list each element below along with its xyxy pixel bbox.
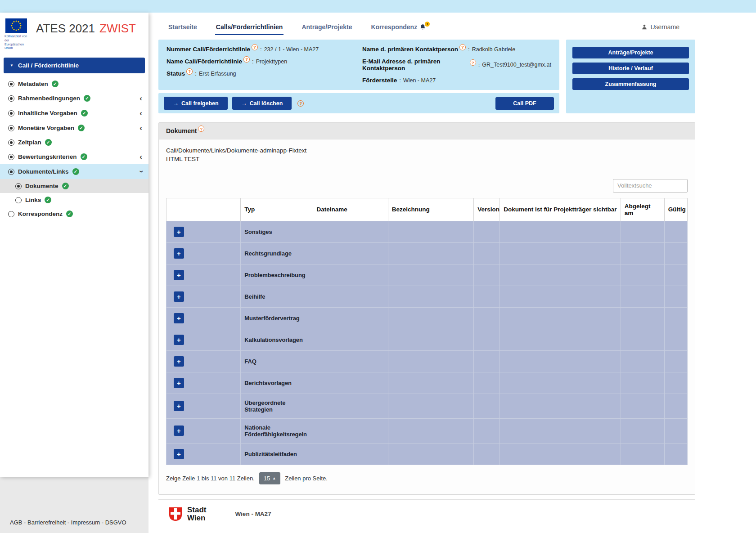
empty-cell (664, 372, 687, 394)
tab-calls-foerderrichtlinien[interactable]: Calls/Förderrichtlinien (215, 23, 284, 35)
empty-cell (500, 394, 621, 418)
add-document-button[interactable]: + (174, 227, 184, 237)
eu-caption: Kofinanziert von der Europäischen Union (4, 35, 30, 50)
empty-cell (621, 394, 664, 418)
empty-cell (474, 372, 500, 394)
content: Nummer Call/Förderrichtlinie ? : 232 / 1… (158, 35, 695, 528)
empty-cell (474, 329, 500, 350)
sidebar-item-monetaere-vorgaben[interactable]: Monetäre Vorgaben ✓ ‹ (0, 121, 148, 135)
call-freigeben-button[interactable]: → Call freigeben (164, 97, 228, 110)
add-document-button[interactable]: + (174, 248, 184, 259)
table-row: + Musterfördervertrag (166, 307, 688, 329)
type-cell: Nationale Förderfähigkeitsregeln (241, 418, 313, 443)
chevron-left-icon: ‹ (140, 109, 142, 117)
tab-startseite[interactable]: Startseite (167, 23, 198, 35)
empty-cell (500, 286, 621, 307)
sidebar-item-metadaten[interactable]: Metadaten ✓ (0, 77, 148, 91)
empty-cell (621, 329, 664, 350)
chevron-left-icon: ‹ (140, 94, 142, 102)
user-menu[interactable]: Username (641, 23, 680, 35)
sidebar-item-dokumente-links[interactable]: Dokumente/Links ✓ ‹ (0, 164, 148, 179)
empty-cell (313, 443, 388, 465)
empty-cell (621, 350, 664, 372)
call-loeschen-button[interactable]: → Call löschen (232, 97, 292, 110)
side-actions-panel: Anträge/Projekte Historie / Verlauf Zusa… (566, 40, 695, 113)
sidebar: Kofinanziert von der Europäischen Union … (0, 13, 148, 477)
sidebar-item-korrespondenz[interactable]: Korrespondenz ✓ (0, 207, 148, 221)
main-area: Startseite Calls/Förderrichtlinien Anträ… (148, 13, 756, 533)
zusammenfassung-button[interactable]: Zusammenfassung (572, 78, 689, 90)
empty-cell (664, 286, 687, 307)
eu-flag-block: Kofinanziert von der Europäischen Union (4, 18, 30, 50)
empty-cell (474, 394, 500, 418)
sidebar-item-rahmenbedingungen[interactable]: Rahmenbedingungen ✓ ‹ (0, 91, 148, 106)
sidebar-item-zeitplan[interactable]: Zeitplan ✓ (0, 135, 148, 149)
tab-antraege-projekte[interactable]: Anträge/Projekte (301, 23, 353, 35)
empty-cell (500, 418, 621, 443)
empty-cell (474, 418, 500, 443)
help-icon[interactable]: ? (297, 100, 304, 107)
table-row: + Übergeordnete Strategien (166, 394, 688, 418)
field-nummer-call: Nummer Call/Förderrichtlinie ? : 232 / 1… (166, 46, 362, 53)
help-icon[interactable]: ? (459, 44, 466, 50)
add-document-button[interactable]: + (174, 335, 184, 345)
empty-cell (621, 443, 664, 465)
field-email-kontaktperson: E-Mail Adresse d. primären Kontaktperson… (362, 58, 551, 72)
historie-verlauf-button[interactable]: Historie / Verlauf (572, 63, 689, 74)
col-header-gueltig: Gültig (664, 198, 687, 221)
empty-cell (500, 372, 621, 394)
add-document-button[interactable]: + (174, 356, 184, 367)
check-icon: ✓ (81, 110, 88, 116)
empty-cell (388, 242, 473, 264)
add-document-button[interactable]: + (174, 313, 184, 323)
sidebar-column: Kofinanziert von der Europäischen Union … (0, 13, 148, 533)
add-document-button[interactable]: + (174, 378, 184, 388)
add-document-button[interactable]: + (174, 291, 184, 302)
empty-cell (621, 307, 664, 329)
help-icon[interactable]: ? (470, 59, 476, 66)
radio-dot-icon (15, 183, 22, 189)
antraege-projekte-button[interactable]: Anträge/Projekte (572, 47, 689, 58)
empty-cell (621, 286, 664, 307)
field-foerderstelle: Förderstelle : Wien - MA27 (362, 77, 551, 84)
table-row: + Beihilfe (166, 286, 688, 307)
empty-cell (388, 418, 473, 443)
check-icon: ✓ (66, 211, 73, 217)
radio-dot-icon (8, 125, 14, 131)
empty-cell (388, 443, 473, 465)
empty-cell (313, 394, 388, 418)
table-row: + Sonstiges (166, 221, 688, 242)
type-cell: Musterfördervertrag (241, 307, 313, 329)
empty-cell (474, 264, 500, 286)
check-icon: ✓ (45, 139, 52, 146)
help-icon[interactable]: ? (198, 125, 204, 132)
type-cell: Problembeschreibung (241, 264, 313, 286)
volltextsuche-input[interactable] (613, 179, 688, 193)
stadt-wien-logo: Stadt Wien (168, 506, 207, 522)
sidebar-item-dokumente[interactable]: Dokumente ✓ (0, 179, 148, 193)
help-icon[interactable]: ? (243, 56, 250, 63)
empty-cell (664, 418, 687, 443)
sidebar-item-links[interactable]: Links ✓ (0, 193, 148, 207)
radio-dot-icon (8, 81, 14, 87)
sidebar-header-call-foerderrichtlinie[interactable]: ▼ Call / Förderrichtlinie (4, 58, 145, 73)
empty-cell (664, 242, 687, 264)
sidebar-item-bewertungskriterien[interactable]: Bewertungskriterien ✓ ‹ (0, 149, 148, 164)
sidebar-item-inhaltliche-vorgaben[interactable]: Inhaltliche Vorgaben ✓ ‹ (0, 106, 148, 121)
add-document-button[interactable]: + (174, 426, 184, 436)
page-size-select[interactable]: 15 ▲ (259, 472, 280, 484)
col-header-bezeichnung: Bezeichnung (388, 198, 473, 221)
check-icon: ✓ (45, 197, 51, 203)
top-tabbar: Startseite Calls/Förderrichtlinien Anträ… (148, 13, 756, 35)
add-document-button[interactable]: + (174, 270, 184, 280)
call-pdf-button[interactable]: Call PDF (495, 97, 554, 110)
type-cell: Kalkulationsvorlagen (241, 329, 313, 350)
add-document-button[interactable]: + (174, 449, 184, 459)
dokument-title: Dokument (166, 127, 197, 134)
check-icon: ✓ (72, 168, 79, 175)
legal-footer-links[interactable]: AGB - Barrierefreiheit - Impressum - DSG… (0, 512, 148, 533)
tab-korrespondenz[interactable]: Korrespondenz 1 (370, 23, 428, 35)
help-icon[interactable]: ? (252, 44, 258, 50)
add-document-button[interactable]: + (174, 401, 184, 411)
help-icon[interactable]: ? (186, 68, 193, 75)
